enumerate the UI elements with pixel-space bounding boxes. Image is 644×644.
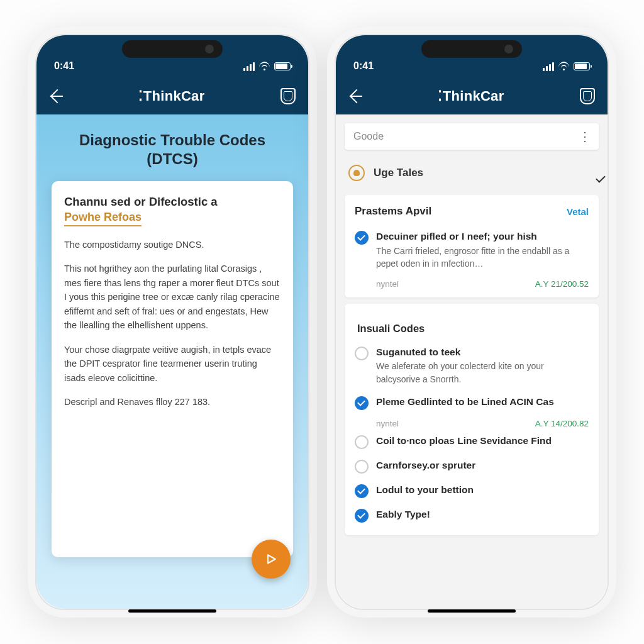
status-right <box>543 61 590 72</box>
page-title: Diagnostic Trouble Codes (DTCS) <box>52 131 293 169</box>
play-icon <box>265 552 277 566</box>
section-heading: Insuali Codes <box>355 314 589 341</box>
wifi-icon <box>259 61 270 72</box>
back-icon[interactable] <box>348 89 362 103</box>
list-item[interactable]: Coil to·nco ploas Line Sevidance Find <box>355 430 589 454</box>
checkbox-filled-icon[interactable] <box>355 509 369 523</box>
card-paragraph-4: Descripl and Renaves flloy 227 183. <box>64 395 280 409</box>
phone-left: 0:41 ⁚ThinkCar Diagnostic Trouble Codes … <box>28 26 317 618</box>
user-row[interactable]: Uge Tales <box>336 157 608 189</box>
app-title: ⁚ThinkCar <box>138 88 204 104</box>
home-indicator[interactable] <box>128 609 216 613</box>
wifi-icon <box>558 61 569 72</box>
battery-icon <box>274 62 291 70</box>
item-title: Lodul to your bettion <box>376 484 589 497</box>
notch <box>421 40 522 58</box>
checkbox-filled-icon[interactable] <box>355 396 369 410</box>
shield-icon[interactable] <box>580 88 595 104</box>
app-header: ⁚ThinkCar <box>336 78 608 114</box>
notch-bar <box>327 26 616 50</box>
list-item[interactable]: Carnforsey.or spruter <box>355 454 589 479</box>
meta-left: nyntel <box>376 279 399 289</box>
card-title: Prastems Apvil <box>355 205 431 218</box>
item-title: Suganuted to teek <box>376 346 589 359</box>
screen: 0:41 ⁚ThinkCar Diagnostic Trouble Codes … <box>36 35 308 609</box>
item-title: Carnforsey.or spruter <box>376 459 589 472</box>
shield-icon[interactable] <box>280 88 296 104</box>
meta-amount: A.Y 21/200.52 <box>535 279 589 289</box>
list-item[interactable]: Decuiner pifled or I neef; your hish The… <box>355 225 589 275</box>
status-time: 0:41 <box>54 60 74 72</box>
play-fab[interactable] <box>252 540 291 579</box>
meta-amount: A.Y 14/200.82 <box>535 419 589 428</box>
card-heading: Channu sed or Difeclostic a <box>64 195 280 209</box>
app-title: ⁚ThinkCar <box>438 88 504 104</box>
item-meta: nyntel A.Y 21/200.52 <box>355 275 589 290</box>
status-time: 0:41 <box>353 60 374 72</box>
page-body: Diagnostic Trouble Codes (DTCS) Channu s… <box>36 114 308 609</box>
card-paragraph-2: This not hgrithey aon the purlating lita… <box>64 262 280 332</box>
list-item[interactable]: Lodul to your bettion <box>355 479 589 503</box>
list-item[interactable]: Suganuted to teek We aleferate oh your c… <box>355 341 589 391</box>
checkbox-empty-icon[interactable] <box>355 435 369 449</box>
checkbox-filled-icon[interactable] <box>355 231 369 245</box>
notch <box>122 40 223 58</box>
item-meta: nyntel A.Y 14/200.82 <box>355 415 589 430</box>
user-icon <box>348 165 365 181</box>
signal-icon <box>243 62 255 71</box>
list-item[interactable]: Pleme Gedlinted to be Lined ACIN Cas <box>355 391 589 415</box>
notch-bar <box>28 26 317 50</box>
meta-left: nyntel <box>376 419 399 428</box>
item-desc: We aleferate oh your colecterd kite on y… <box>376 360 589 386</box>
card-header: Prastems Apvil Vetal <box>355 205 589 218</box>
card-subheading: Powhe Refoas <box>64 211 142 226</box>
item-title: Pleme Gedlinted to be Lined ACIN Cas <box>376 396 589 409</box>
checkbox-empty-icon[interactable] <box>355 460 369 474</box>
home-indicator[interactable] <box>428 609 516 613</box>
page-body: Goode ⋮ Uge Tales Prastems Apvil Vetal D… <box>336 114 608 609</box>
card-action-link[interactable]: Vetal <box>567 206 589 217</box>
back-icon[interactable] <box>49 89 63 103</box>
phone-right: 0:41 ⁚ThinkCar Goode ⋮ Uge Tales <box>327 26 616 618</box>
user-row-label: Uge Tales <box>374 167 423 179</box>
checkbox-filled-icon[interactable] <box>355 484 369 498</box>
app-header: ⁚ThinkCar <box>36 78 308 114</box>
info-card: Channu sed or Difeclostic a Powhe Refoas… <box>52 181 293 557</box>
signal-icon <box>543 62 554 71</box>
more-icon[interactable]: ⋮ <box>579 129 590 144</box>
screen: 0:41 ⁚ThinkCar Goode ⋮ Uge Tales <box>336 35 608 609</box>
item-title: Eably Type! <box>376 508 589 521</box>
item-title: Coil to·nco ploas Line Sevidance Find <box>376 435 589 448</box>
status-right <box>243 61 291 72</box>
search-input[interactable]: Goode ⋮ <box>345 123 599 150</box>
card-codes: Insuali Codes Suganuted to teek We alefe… <box>345 304 599 536</box>
item-desc: The Carri frieled, engrosor fitte in the… <box>376 245 589 270</box>
checkbox-empty-icon[interactable] <box>355 347 369 360</box>
card-prastems: Prastems Apvil Vetal Decuiner pifled or … <box>345 195 599 297</box>
battery-icon <box>574 62 590 70</box>
card-paragraph-1: The compostidamy soutige DNCS. <box>64 238 280 252</box>
card-paragraph-3: Your chose diagrpate veitive augish, in … <box>64 343 280 385</box>
list-item[interactable]: Eably Type! <box>355 503 589 528</box>
item-title: Decuiner pifled or I neef; your hish <box>376 230 589 243</box>
search-placeholder: Goode <box>353 131 384 142</box>
